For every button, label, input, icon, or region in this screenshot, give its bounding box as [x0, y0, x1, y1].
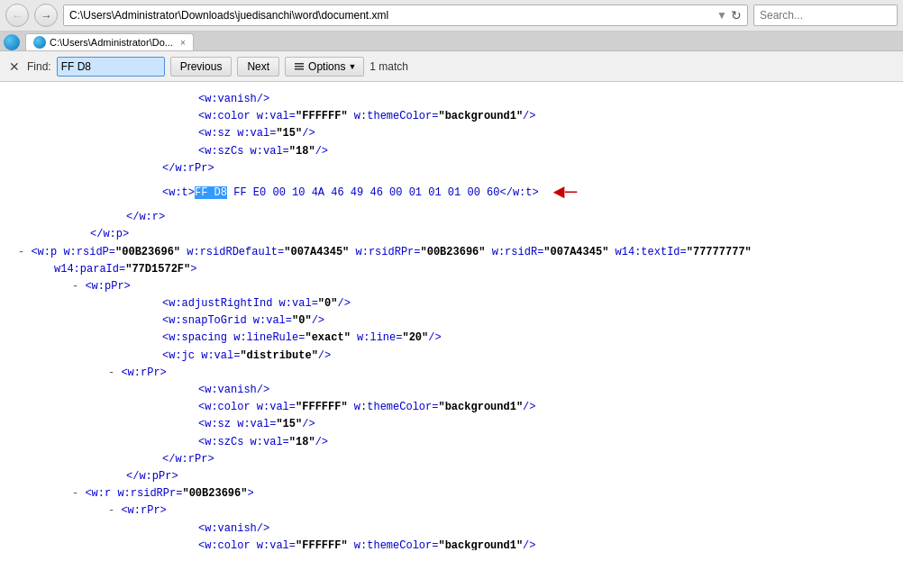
xml-line: - <w:rPr> — [18, 365, 885, 382]
xml-line: <w:spacing w:lineRule="exact" w:line="20… — [18, 330, 885, 347]
svg-rect-2 — [295, 68, 304, 70]
address-input[interactable] — [69, 9, 713, 22]
match-count: 1 match — [369, 60, 408, 73]
search-bar[interactable] — [753, 5, 898, 26]
find-close-button[interactable]: ✕ — [7, 59, 22, 74]
xml-line: w14:paraId="77D1572F"> — [18, 261, 885, 278]
xml-line: </w:rPr> — [18, 160, 885, 177]
xml-line: <w:szCs w:val="18"/> — [18, 143, 885, 160]
xml-line: <w:vanish/> — [18, 91, 885, 108]
browser-chrome: ← → ▼ ↻ — [0, 0, 903, 32]
find-bar: ✕ Find: Previous Next Options ▼ 1 match — [0, 51, 903, 82]
options-icon — [293, 60, 306, 73]
find-label: Find: — [27, 60, 51, 73]
address-bar[interactable]: ▼ ↻ — [63, 5, 748, 26]
search-highlight: FF D8 — [195, 186, 227, 199]
options-dropdown-arrow: ▼ — [348, 62, 356, 71]
xml-line: <w:szCs w:val="18"/> — [18, 434, 885, 451]
forward-button[interactable]: → — [34, 4, 58, 27]
ie-logo-icon — [4, 34, 20, 50]
tab-favicon-icon — [33, 36, 46, 49]
xml-line: - <w:p w:rsidP="00B23696" w:rsidRDefault… — [18, 244, 885, 261]
svg-rect-1 — [295, 66, 304, 68]
xml-line: </w:r> — [18, 209, 885, 226]
xml-line: </w:rPr> — [18, 451, 885, 468]
tab-label: C:\Users\Administrator\Do... — [50, 37, 173, 48]
search-input[interactable] — [760, 9, 868, 22]
xml-line: <w:color w:val="FFFFFF" w:themeColor="ba… — [18, 538, 885, 550]
back-button[interactable]: ← — [5, 4, 29, 27]
arrow-line-icon: ─ — [565, 177, 577, 209]
dropdown-arrow-icon: ▼ — [716, 9, 727, 22]
xml-line: <w:color w:val="FFFFFF" w:themeColor="ba… — [18, 108, 885, 125]
xml-line: - <w:pPr> — [18, 278, 885, 295]
svg-rect-0 — [295, 63, 304, 65]
xml-line: </w:p> — [18, 226, 885, 243]
content-area[interactable]: <w:vanish/> <w:color w:val="FFFFFF" w:th… — [0, 82, 903, 550]
xml-line: <w:color w:val="FFFFFF" w:themeColor="ba… — [18, 399, 885, 416]
xml-line: - <w:r w:rsidRPr="00B23696"> — [18, 485, 885, 502]
tab-close-button[interactable]: × — [180, 38, 186, 48]
xml-line: - <w:rPr> — [18, 502, 885, 520]
tab-bar: C:\Users\Administrator\Do... × — [0, 32, 903, 51]
options-label: Options — [308, 60, 345, 73]
xml-line: <w:jc w:val="distribute"/> — [18, 348, 885, 365]
xml-line: <w:adjustRightInd w:val="0"/> — [18, 295, 885, 312]
arrow-icon: ◄ — [553, 177, 565, 209]
xml-line: <w:sz w:val="15"/> — [18, 416, 885, 433]
options-button[interactable]: Options ▼ — [285, 57, 364, 77]
refresh-icon[interactable]: ↻ — [731, 8, 742, 23]
xml-line: <w:vanish/> — [18, 520, 885, 538]
browser-tab[interactable]: C:\Users\Administrator\Do... × — [25, 33, 194, 50]
xml-line: </w:pPr> — [18, 468, 885, 485]
xml-line: <w:sz w:val="15"/> — [18, 125, 885, 142]
xml-highlight-line: <w:t>FF D8 FF E0 00 10 4A 46 49 46 00 01… — [18, 177, 885, 209]
next-button[interactable]: Next — [237, 57, 279, 77]
xml-line: <w:snapToGrid w:val="0"/> — [18, 312, 885, 330]
previous-button[interactable]: Previous — [170, 57, 233, 77]
find-input[interactable] — [57, 57, 165, 77]
nav-bar: ← → ▼ ↻ — [0, 0, 903, 31]
xml-line: <w:vanish/> — [18, 382, 885, 399]
